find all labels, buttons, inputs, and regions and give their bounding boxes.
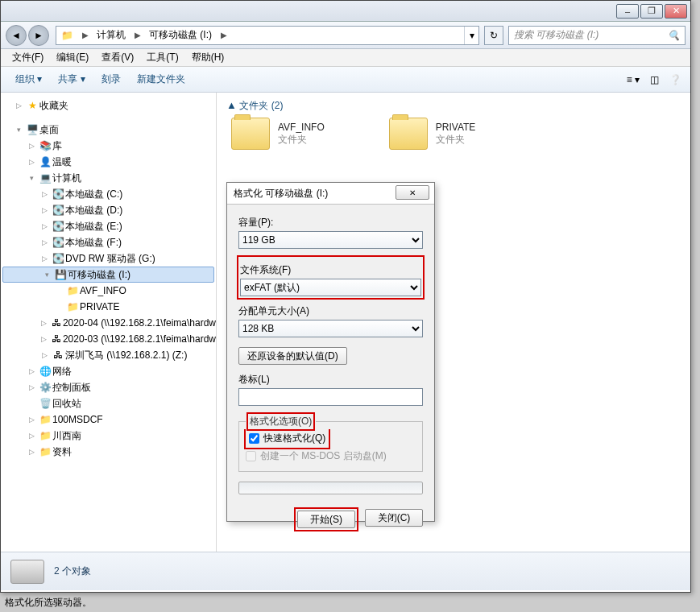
search-input[interactable]: 搜索 可移动磁盘 (I:) 🔍 bbox=[508, 26, 686, 45]
filesystem-label: 文件系统(F) bbox=[240, 263, 421, 277]
annotation-text: 格式化所选驱动器。 bbox=[5, 596, 92, 610]
dialog-close-button[interactable]: ✕ bbox=[396, 185, 429, 200]
tree-label: 收藏夹 bbox=[39, 99, 68, 113]
tree-label: 资料 bbox=[52, 445, 72, 459]
cluster-select[interactable]: 128 KB bbox=[238, 320, 423, 337]
tree-netdrive[interactable]: ▷🖧2020-04 (\\192.168.2.1\feima\hardw bbox=[1, 315, 216, 331]
forward-button[interactable]: ► bbox=[28, 25, 49, 46]
capacity-select[interactable]: 119 GB bbox=[238, 231, 423, 249]
computer-icon: 💻 bbox=[38, 172, 52, 184]
filesystem-select[interactable]: exFAT (默认) bbox=[240, 279, 421, 296]
tree-label: 回收站 bbox=[52, 397, 81, 411]
volume-label: 卷标(L) bbox=[238, 373, 423, 387]
minimize-button[interactable]: – bbox=[616, 4, 639, 19]
menu-help[interactable]: 帮助(H) bbox=[185, 51, 231, 64]
format-options-group: 格式化选项(O) 快速格式化(Q) 创建一个 MS-DOS 启动盘(M) bbox=[238, 414, 423, 472]
address-dropdown[interactable]: ▾ bbox=[464, 27, 478, 44]
start-button[interactable]: 开始(S) bbox=[297, 511, 355, 528]
tree-drive[interactable]: ▷💽DVD RW 驱动器 (G:) bbox=[1, 250, 216, 267]
view-mode-button[interactable]: ≡ ▾ bbox=[624, 71, 642, 89]
help-button[interactable]: ❔ bbox=[666, 71, 684, 89]
tree-drive[interactable]: ▷💽本地磁盘 (D:) bbox=[1, 202, 216, 218]
tree-label: 可移动磁盘 (I:) bbox=[68, 268, 130, 282]
dialog-title: 格式化 可移动磁盘 (I:) bbox=[234, 187, 328, 201]
breadcrumb-sep-icon: ▶ bbox=[79, 31, 92, 39]
tree-folder[interactable]: 📁PRIVATE bbox=[1, 299, 216, 315]
breadcrumb-computer[interactable]: 计算机 bbox=[92, 27, 131, 44]
menu-edit[interactable]: 编辑(E) bbox=[50, 51, 95, 64]
tree-folder[interactable]: ▷📁资料 bbox=[1, 444, 216, 460]
volume-input[interactable] bbox=[238, 388, 423, 406]
tree-recycle[interactable]: 🗑️ 回收站 bbox=[1, 395, 216, 411]
back-button[interactable]: ◄ bbox=[6, 25, 27, 46]
netdrive-icon: 🖧 bbox=[50, 333, 63, 345]
tree-folder[interactable]: 📁AVF_INFO bbox=[1, 283, 216, 299]
tree-label: 温暖 bbox=[52, 155, 72, 169]
quickformat-checkbox[interactable] bbox=[249, 433, 259, 444]
organize-button[interactable]: 组织 ▾ bbox=[7, 71, 50, 88]
refresh-button[interactable]: ↻ bbox=[484, 26, 503, 45]
tree-user[interactable]: ▷👤 温暖 bbox=[1, 154, 216, 170]
arrow-right-icon: ► bbox=[34, 30, 43, 41]
newfolder-button[interactable]: 新建文件夹 bbox=[129, 71, 193, 88]
tree-netdrive[interactable]: ▷🖧深圳飞马 (\\192.168.2.1) (Z:) bbox=[1, 347, 216, 363]
tree-folder[interactable]: ▷📁100MSDCF bbox=[1, 411, 216, 428]
burn-button[interactable]: 刻录 bbox=[93, 71, 129, 88]
folder-item[interactable]: AVF_INFO 文件夹 bbox=[231, 118, 325, 150]
tree-label: 2020-03 (\\192.168.2.1\feima\hardw bbox=[63, 333, 216, 345]
star-icon: ★ bbox=[25, 100, 39, 111]
menu-bar: 文件(F) 编辑(E) 查看(V) 工具(T) 帮助(H) bbox=[1, 49, 690, 67]
tree-label: 网络 bbox=[52, 365, 72, 378]
tree-label: 库 bbox=[52, 139, 62, 153]
search-placeholder: 搜索 可移动磁盘 (I:) bbox=[514, 28, 599, 42]
tree-label: 本地磁盘 (F:) bbox=[65, 236, 122, 250]
folder-icon bbox=[389, 118, 428, 150]
tree-desktop[interactable]: ▾🖥️ 桌面 bbox=[1, 122, 216, 138]
tree-drive[interactable]: ▷💽本地磁盘 (F:) bbox=[1, 234, 216, 250]
folder-icon: 📁 bbox=[38, 414, 52, 425]
tree-drive[interactable]: ▷💽本地磁盘 (C:) bbox=[1, 186, 216, 202]
tree-netdrive[interactable]: ▷🖧2020-03 (\\192.168.2.1\feima\hardw bbox=[1, 331, 216, 347]
tree-label: DVD RW 驱动器 (G:) bbox=[65, 252, 155, 266]
library-icon: 📚 bbox=[38, 140, 52, 151]
address-bar[interactable]: 📁 ▶ 计算机 ▶ 可移动磁盘 (I:) ▶ ▾ bbox=[56, 26, 479, 45]
capacity-label: 容量(P): bbox=[238, 216, 423, 229]
tree-label: 100MSDCF bbox=[52, 414, 103, 425]
menu-tools[interactable]: 工具(T) bbox=[140, 51, 184, 64]
folder-icon: 📁 bbox=[38, 446, 52, 457]
restore-defaults-button[interactable]: 还原设备的默认值(D) bbox=[238, 347, 347, 365]
netdrive-icon: 🖧 bbox=[50, 317, 63, 329]
breadcrumb-drive[interactable]: 可移动磁盘 (I:) bbox=[144, 27, 217, 44]
desktop-icon: 🖥️ bbox=[25, 124, 39, 135]
close-button[interactable]: ✕ bbox=[665, 4, 687, 19]
menu-file[interactable]: 文件(F) bbox=[6, 51, 50, 64]
tree-drive[interactable]: ▷💽本地磁盘 (E:) bbox=[1, 218, 216, 234]
share-button[interactable]: 共享 ▾ bbox=[50, 71, 93, 88]
drive-icon: 💽 bbox=[51, 221, 65, 232]
maximize-button[interactable]: ❐ bbox=[640, 4, 663, 19]
menu-view[interactable]: 查看(V) bbox=[95, 51, 140, 64]
preview-pane-button[interactable]: ◫ bbox=[645, 71, 663, 89]
address-icon: 📁 bbox=[56, 27, 79, 44]
nav-row: ◄ ► 📁 ▶ 计算机 ▶ 可移动磁盘 (I:) ▶ ▾ ↻ 搜索 可移动磁盘 … bbox=[1, 22, 690, 49]
tree-control-panel[interactable]: ▷⚙️ 控制面板 bbox=[1, 379, 216, 395]
tree-label: 2020-04 (\\192.168.2.1\feima\hardw bbox=[63, 317, 216, 329]
tree-label: 桌面 bbox=[39, 123, 59, 137]
recycle-icon: 🗑️ bbox=[38, 398, 52, 409]
progress-bar bbox=[238, 482, 423, 494]
network-icon: 🌐 bbox=[38, 366, 52, 377]
tree-favorites[interactable]: ▷★ 收藏夹 bbox=[1, 97, 216, 114]
close-dialog-button[interactable]: 关闭(C) bbox=[365, 509, 423, 527]
tree-network[interactable]: ▷🌐 网络 bbox=[1, 363, 216, 379]
tree-libraries[interactable]: ▷📚 库 bbox=[1, 138, 216, 154]
tree-folder[interactable]: ▷📁川西南 bbox=[1, 428, 216, 444]
tree-computer[interactable]: ▾💻 计算机 bbox=[1, 170, 216, 186]
gear-icon: ⚙️ bbox=[38, 382, 52, 393]
folder-item[interactable]: PRIVATE 文件夹 bbox=[389, 118, 476, 150]
msdos-label: 创建一个 MS-DOS 启动盘(M) bbox=[260, 449, 387, 463]
tree-removable-drive[interactable]: ▾💾 可移动磁盘 (I:) bbox=[2, 267, 214, 283]
arrow-left-icon: ◄ bbox=[11, 30, 21, 41]
quickformat-row[interactable]: 快速格式化(Q) bbox=[249, 432, 325, 445]
tree-label: 计算机 bbox=[52, 172, 81, 185]
drive-icon: 💾 bbox=[53, 269, 68, 280]
